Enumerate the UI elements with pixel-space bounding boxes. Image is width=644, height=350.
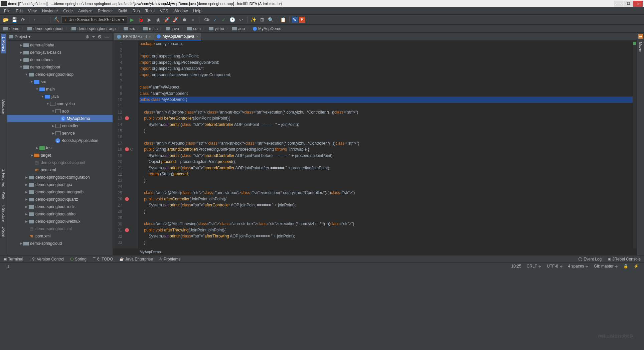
menu-edit[interactable]: Edit — [13, 9, 25, 13]
breadcrumb-item[interactable]: com — [186, 26, 202, 31]
menu-navigate[interactable]: Navigate — [39, 9, 60, 13]
tree-row[interactable]: mpom.xml — [7, 166, 113, 174]
git-branch[interactable]: Git: master ≑ — [591, 264, 621, 269]
jrebel-run-icon[interactable]: 🚀 — [163, 16, 171, 23]
tab-spring[interactable]: ⬡ Spring — [69, 256, 88, 262]
tab-jrebel-console[interactable]: ▣ JRebel Console — [606, 256, 642, 262]
tool-maven[interactable]: Maven — [638, 39, 643, 55]
tree-row[interactable]: ▶demo-springboot-shiro — [7, 210, 113, 218]
caret-position[interactable]: 10:25 — [509, 264, 524, 269]
tool-web[interactable]: Web — [1, 189, 6, 201]
tree-row[interactable]: ▶demo-springboot-webflux — [7, 218, 113, 225]
chevron-icon[interactable]: ▼ — [51, 110, 55, 113]
editor-tab[interactable]: MyAopDemo.java× — [154, 33, 201, 40]
tab-problems[interactable]: ⚠ Problems — [158, 256, 182, 262]
tree-row[interactable]: ▶demo-java-basics — [7, 49, 113, 56]
menu-refactor[interactable]: Refactor — [95, 9, 116, 13]
tree-row[interactable]: mpom.xml — [7, 232, 113, 240]
tree-row[interactable]: ▤demo-springboot.iml — [7, 225, 113, 232]
chevron-icon[interactable]: ▶ — [24, 212, 29, 216]
chevron-icon[interactable]: ▶ — [51, 132, 55, 135]
tree-row[interactable]: ▶demo-springboot-mongodb — [7, 188, 113, 196]
breakpoint-icon[interactable] — [125, 116, 129, 120]
chevron-icon[interactable]: ▼ — [24, 73, 29, 76]
breakpoint-icon[interactable] — [125, 197, 129, 201]
back-icon[interactable]: ← — [32, 16, 39, 23]
menu-file[interactable]: File — [1, 9, 13, 13]
chevron-icon[interactable]: ▶ — [19, 51, 23, 54]
search-icon[interactable]: 🔍 — [267, 16, 275, 23]
tree-row[interactable]: ▼com.yizhu — [7, 100, 113, 108]
tool-database[interactable]: Database — [1, 97, 6, 117]
chevron-icon[interactable]: ▶ — [24, 183, 29, 186]
jrebel-status-icon[interactable]: ⚡ — [631, 264, 641, 269]
tab-java-enterprise[interactable]: ☕ Java Enterprise — [118, 256, 154, 262]
tree-row[interactable]: ▤demo-springboot-aop.iml — [7, 159, 113, 166]
chevron-icon[interactable]: ▶ — [24, 205, 29, 208]
gear-icon[interactable]: ⚙ — [96, 34, 103, 39]
chevron-icon[interactable]: ▶ — [35, 146, 39, 150]
tree-row[interactable]: ▶demo-springboot-quartz — [7, 196, 113, 203]
ppt-icon[interactable]: P — [299, 17, 305, 23]
breadcrumb-item[interactable]: MyAopDemo — [252, 26, 283, 31]
chevron-icon[interactable]: ▶ — [29, 154, 34, 157]
chevron-icon[interactable]: ▶ — [24, 220, 29, 223]
run-icon[interactable]: ▶ — [129, 16, 136, 23]
maximize-button[interactable]: ☐ — [624, 1, 633, 7]
chevron-icon[interactable]: ▼ — [40, 95, 45, 98]
breadcrumb-item[interactable]: demo-springboot-aop — [70, 26, 117, 31]
tab-todo[interactable]: ☰ 6: TODO — [91, 256, 115, 262]
stop-icon[interactable]: ■ — [189, 16, 197, 23]
tree-row[interactable]: ▶target — [7, 152, 113, 159]
sync-icon[interactable]: ⟳ — [19, 16, 27, 23]
tree-row[interactable]: ▼main — [7, 85, 113, 93]
menu-vcs[interactable]: VCS — [157, 9, 171, 13]
debug-icon[interactable]: 🐞 — [137, 16, 145, 23]
build-icon[interactable]: 🔨 — [53, 16, 60, 23]
tool-project[interactable]: 1: Project — [1, 34, 6, 53]
chevron-icon[interactable]: ▶ — [24, 198, 29, 201]
menu-window[interactable]: Window — [171, 9, 190, 13]
breadcrumb-item[interactable]: main — [142, 26, 159, 31]
menu-code[interactable]: Code — [60, 9, 75, 13]
hide-icon[interactable]: — — [103, 34, 111, 39]
breadcrumb-item[interactable]: java — [164, 26, 180, 31]
clipboard-icon[interactable]: 📋 — [280, 16, 287, 23]
tool-jrebel[interactable]: JRebel — [1, 224, 6, 240]
close-tab-icon[interactable]: × — [196, 34, 198, 38]
coverage-icon[interactable]: ▶ — [146, 16, 153, 23]
marker-stripe[interactable] — [633, 41, 637, 248]
chevron-icon[interactable]: ▶ — [19, 58, 23, 61]
tree-row[interactable]: ▶demo-springboot-configuration — [7, 174, 113, 181]
tab-terminal[interactable]: ▣ Terminal — [2, 256, 24, 262]
code-area[interactable]: package com.yizhu.aop;import org.aspectj… — [138, 41, 633, 248]
tree-row[interactable]: ▶service — [7, 130, 113, 137]
menu-help[interactable]: Help — [190, 9, 204, 13]
breadcrumb-item[interactable]: yizhu — [207, 26, 225, 31]
chevron-icon[interactable]: ▼ — [29, 80, 34, 83]
menu-view[interactable]: View — [25, 9, 39, 13]
breadcrumb-item[interactable]: aop — [231, 26, 246, 31]
chevron-icon[interactable]: ▼ — [35, 88, 39, 91]
run-config-selector[interactable]: ↓ UserServiceTest.testGetUser ▾ — [61, 16, 127, 23]
menu-tools[interactable]: Tools — [143, 9, 157, 13]
menu-run[interactable]: Run — [130, 9, 143, 13]
line-separator[interactable]: CRLF ≑ — [524, 264, 544, 269]
menu-analyze[interactable]: Analyze — [75, 9, 95, 13]
tree-row[interactable]: ▶controller — [7, 122, 113, 130]
update-icon[interactable]: ↙ — [211, 16, 219, 23]
menu-build[interactable]: Build — [116, 9, 130, 13]
close-tab-icon[interactable]: × — [149, 35, 151, 39]
tree-row[interactable]: ▶demo-springboot-jpa — [7, 181, 113, 188]
chevron-icon[interactable]: ▶ — [51, 124, 55, 128]
forward-icon[interactable]: → — [40, 16, 48, 23]
tree-row[interactable]: CMyAopDemo — [7, 115, 113, 122]
tree-row[interactable]: ▶demo-springboot-redis — [7, 203, 113, 210]
history-icon[interactable]: 🕐 — [229, 16, 236, 23]
tab-version-control[interactable]: ↕ 9: Version Control — [28, 256, 65, 262]
select-target-icon[interactable]: ⊕ — [84, 34, 91, 39]
project-view-selector[interactable]: Project ▾ — [9, 34, 84, 39]
revert-icon[interactable]: ↩ — [237, 16, 245, 23]
maven-icon[interactable]: m — [638, 34, 643, 39]
tree-row[interactable]: ▼java — [7, 93, 113, 100]
